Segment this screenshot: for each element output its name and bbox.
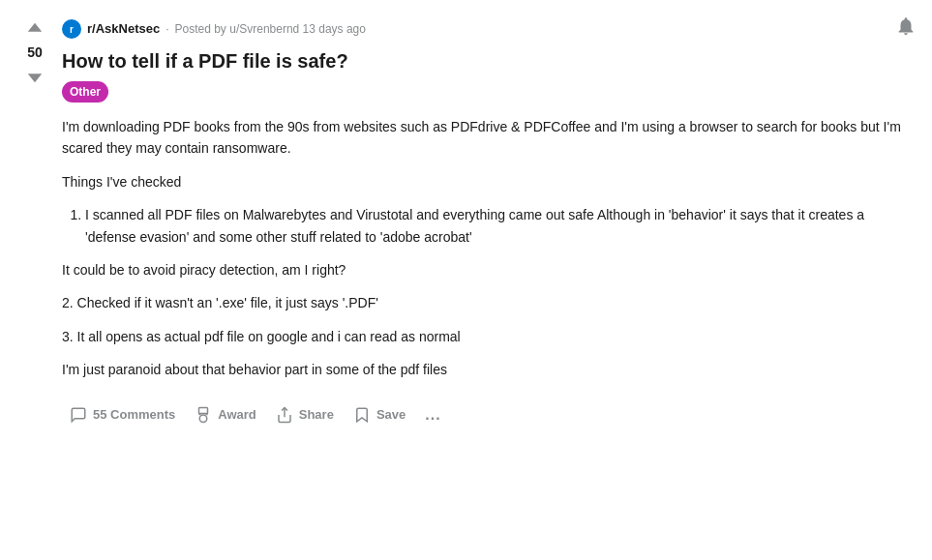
post-title: How to tell if a PDF file is safe?: [62, 48, 917, 74]
list-item-1: I scanned all PDF files on Malwarebytes …: [85, 204, 917, 248]
header-right: [895, 15, 917, 43]
body-paragraph-after-4: I'm just paranoid about that behavior pa…: [62, 359, 917, 380]
post-body: I'm downloading PDF books from the 90s f…: [62, 116, 917, 381]
subreddit-avatar: r: [62, 19, 81, 39]
comments-button[interactable]: 55 Comments: [62, 400, 183, 429]
share-icon: [276, 406, 293, 424]
vote-section: 50: [15, 15, 54, 429]
dot-separator: ·: [165, 20, 168, 38]
save-label: Save: [376, 407, 406, 422]
post-container: 50 r r/AskNetsec · Posted by u/Svrenbern…: [0, 0, 932, 441]
award-icon: [195, 406, 212, 424]
svg-rect-0: [199, 407, 208, 413]
more-label: ...: [425, 406, 440, 423]
upvote-button[interactable]: [23, 17, 46, 41]
body-paragraph-after-1: It could be to avoid piracy detection, a…: [62, 259, 917, 280]
action-bar: 55 Comments Award: [62, 397, 917, 429]
more-button[interactable]: ...: [417, 400, 448, 429]
svg-point-1: [200, 415, 208, 423]
share-button[interactable]: Share: [268, 400, 342, 429]
downvote-button[interactable]: [23, 65, 46, 88]
flair-badge[interactable]: Other: [62, 81, 108, 103]
body-paragraph-1: I'm downloading PDF books from the 90s f…: [62, 116, 917, 160]
save-icon: [353, 406, 371, 424]
comments-label: 55 Comments: [93, 407, 175, 422]
post-content: r r/AskNetsec · Posted by u/Svrenbernd 1…: [54, 15, 917, 429]
award-label: Award: [218, 407, 256, 422]
share-label: Share: [299, 407, 334, 422]
save-button[interactable]: Save: [346, 400, 413, 429]
body-paragraph-after-3: 3. It all opens as actual pdf file on go…: [62, 326, 917, 347]
award-button[interactable]: Award: [187, 400, 264, 429]
body-paragraph-after-2: 2. Checked if it wasn't an '.exe' file, …: [62, 292, 917, 313]
comments-icon: [70, 406, 87, 424]
vote-count: 50: [27, 43, 43, 63]
post-header: r r/AskNetsec · Posted by u/Svrenbernd 1…: [62, 15, 917, 43]
body-paragraph-2: Things I've checked: [62, 171, 917, 192]
post-meta: Posted by u/Svrenbernd 13 days ago: [175, 20, 366, 38]
notification-bell-icon[interactable]: [895, 15, 917, 43]
subreddit-name[interactable]: r/AskNetsec: [87, 19, 160, 39]
numbered-list: I scanned all PDF files on Malwarebytes …: [85, 204, 917, 248]
